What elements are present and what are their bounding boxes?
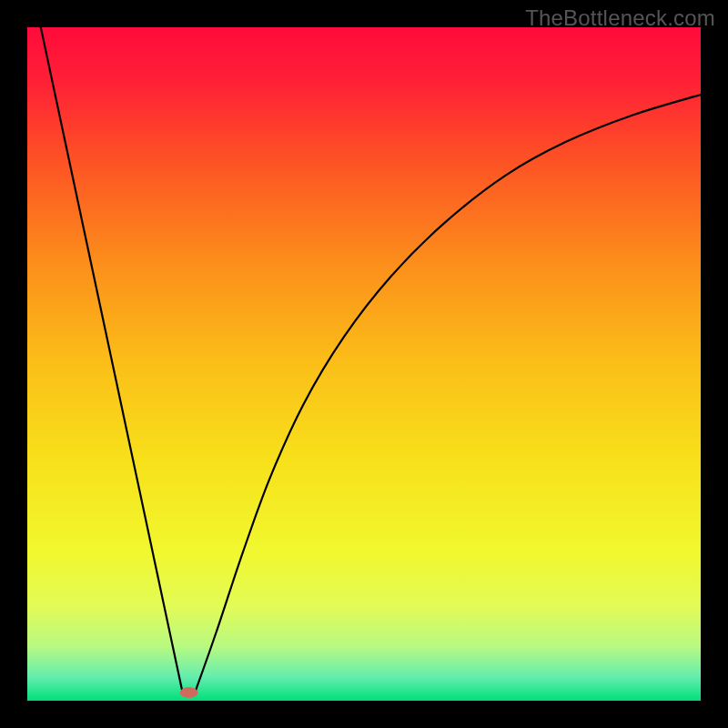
chart-svg xyxy=(27,27,701,701)
minimum-marker xyxy=(180,687,198,698)
plot-area xyxy=(27,27,701,701)
chart-frame: TheBottleneck.com xyxy=(0,0,728,728)
